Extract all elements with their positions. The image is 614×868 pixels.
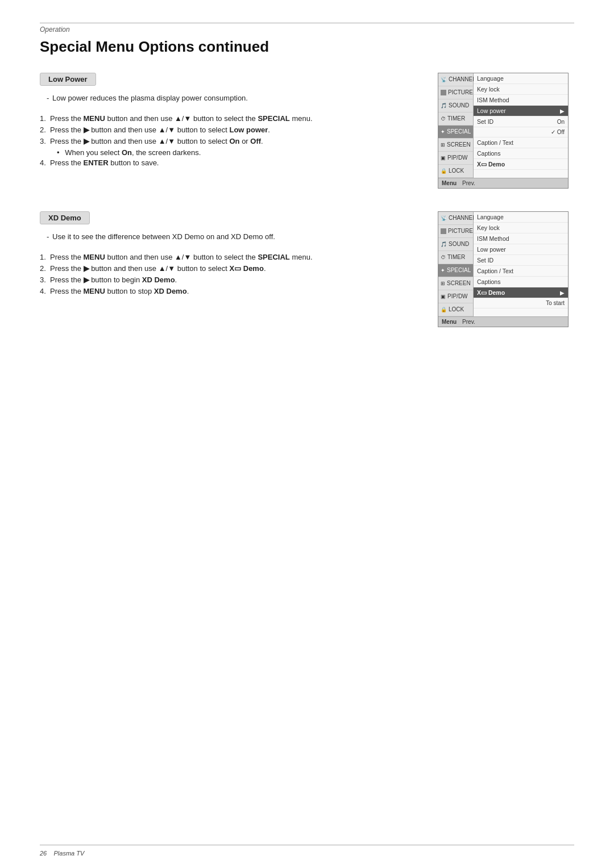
sidebar-timer-label: TIMER: [447, 115, 465, 122]
xd-sidebar: 📡 CHANNEL PICTURE 🎵 SOUND ⏱: [438, 212, 474, 316]
low-power-tv-menu: 📡 CHANNEL PICTURE 🎵 SOUND ⏱: [438, 73, 569, 189]
sidebar-sound: 🎵 SOUND: [438, 99, 473, 112]
xd-sidebar-lock: 🔒 LOCK: [438, 303, 473, 316]
low-power-step-1: 1. Press the MENU button and then use ▲/…: [40, 114, 421, 123]
up-arrow-3: ▲: [159, 137, 166, 145]
off-bold: Off: [250, 137, 261, 145]
xd-footer-menu: Menu: [442, 319, 457, 325]
lowpower-label: Low power: [477, 107, 506, 114]
xd-menu-item-caption-text: Caption / Text: [474, 266, 568, 277]
xd-menu-footer: Menu Prev.: [438, 316, 568, 327]
sidebar-picture-label: PICTURE: [448, 89, 473, 96]
right-arrow-3: ▶: [84, 137, 89, 145]
xd-ism-label: ISM Method: [477, 235, 509, 242]
sidebar-screen-label: SCREEN: [447, 141, 471, 148]
low-power-sidebar: 📡 CHANNEL PICTURE 🎵 SOUND ⏱: [438, 73, 474, 178]
low-power-bold: Low power: [229, 126, 268, 134]
menu-item-language: Language: [474, 73, 568, 84]
footer-menu: Menu: [442, 180, 457, 186]
footer-page-num: 26: [40, 850, 47, 857]
xd-caption-text-label: Caption / Text: [477, 268, 513, 274]
sidebar-pipdw: ▣ PIP/DW: [438, 152, 473, 165]
sidebar-lock: 🔒 LOCK: [438, 165, 473, 178]
step-num-3: 3.: [40, 137, 46, 145]
xd-menu-item-keylock: Key lock: [474, 223, 568, 233]
xd-menu-item-captions: Captions: [474, 277, 568, 287]
xd-lowpower-label: Low power: [477, 246, 506, 253]
xd-menu-item-xddemo: X▭ Demo ▶: [474, 287, 568, 298]
xd-keylock-label: Key lock: [477, 224, 500, 231]
low-power-step-4: 4. Press the ENTER button to save.: [40, 158, 421, 167]
xd-demo-tv-menu: 📡 CHANNEL PICTURE 🎵 SOUND ⏱: [438, 211, 569, 327]
xd-language-label: Language: [477, 214, 504, 220]
xd-menu-item-tostart: To start: [474, 298, 568, 308]
special-bold-1: SPECIAL: [258, 114, 289, 123]
xd-sidebar-screen-label: SCREEN: [447, 280, 471, 287]
xd-main-menu: Language Key lock ISM Method Low power S: [474, 212, 568, 316]
page: Operation Special Menu Options continued…: [0, 0, 614, 868]
xd-demo-heading: XD Demo: [40, 211, 90, 224]
xd-up-arrow-1: ▲: [175, 253, 182, 261]
enter-bold: ENTER: [84, 158, 109, 167]
xd-special-bold-1: SPECIAL: [258, 253, 289, 261]
sidebar-timer: ⏱ TIMER: [438, 112, 473, 126]
sidebar-channel-label: CHANNEL: [449, 76, 476, 83]
xd-sidebar-channel: 📡 CHANNEL: [438, 212, 473, 225]
xd-setid-label: Set ID: [477, 257, 493, 264]
xd-down-arrow-2: ▼: [168, 264, 175, 273]
on-bold: On: [229, 137, 239, 145]
up-arrow-2: ▲: [159, 126, 166, 134]
xd-sidebar-picture: PICTURE: [438, 225, 473, 238]
xddemo-bold: X▭ Demo: [229, 264, 263, 273]
caption-text-label: Caption / Text: [477, 139, 513, 146]
sidebar-pipdw-label: PIP/DW: [447, 155, 468, 161]
ism-label: ISM Method: [477, 97, 509, 103]
setid-label: Set ID: [477, 118, 493, 125]
sidebar-special-label: SPECIAL: [447, 128, 471, 135]
step-num-2: 2.: [40, 126, 46, 134]
xd-step-1: 1. Press the MENU button and then use ▲/…: [40, 253, 421, 261]
top-rule: [40, 23, 574, 23]
xd-menu-inner: 📡 CHANNEL PICTURE 🎵 SOUND ⏱: [438, 212, 568, 316]
low-power-step-3: 3. Press the ▶ button and then use ▲/▼ b…: [40, 137, 421, 145]
xd-menu-bold-4: MENU: [84, 287, 105, 295]
page-title: Special Menu Options continued: [40, 38, 574, 56]
xd-captions-label: Captions: [477, 278, 500, 285]
low-power-menu-inner: 📡 CHANNEL PICTURE 🎵 SOUND ⏱: [438, 73, 568, 178]
menu-item-xddemo: X▭ Demo: [474, 159, 568, 170]
low-power-text-col: Low Power Low power reduces the plasma d…: [40, 73, 421, 189]
xd-begin-bold: XD Demo: [142, 276, 175, 284]
xd-menu-item-language: Language: [474, 212, 568, 223]
xd-sidebar-timer-label: TIMER: [447, 254, 465, 261]
low-power-section: Low Power Low power reduces the plasma d…: [40, 73, 574, 189]
xd-demo-section: XD Demo Use it to see the difference bet…: [40, 211, 574, 327]
low-power-step-2: 2. Press the ▶ button and then use ▲/▼ b…: [40, 126, 421, 134]
menu-item-ism: ISM Method: [474, 95, 568, 106]
xd-tostart-value: To start: [546, 300, 565, 306]
menu-item-caption-text: Caption / Text: [474, 137, 568, 148]
low-power-main-menu: Language Key lock ISM Method Low power ▶: [474, 73, 568, 178]
xd-menu-item-setid: Set ID: [474, 255, 568, 266]
down-arrow-2: ▼: [168, 126, 175, 134]
xd-sidebar-timer: ⏱ TIMER: [438, 251, 473, 264]
sidebar-picture: PICTURE: [438, 86, 473, 99]
xd-right-arrow-3: ▶: [84, 276, 89, 284]
step-num-1: 1.: [40, 114, 46, 123]
captions-label: Captions: [477, 150, 500, 157]
xd-step-num-3: 3.: [40, 276, 46, 284]
xd-sidebar-lock-label: LOCK: [449, 306, 464, 313]
bottom-rule: [40, 845, 574, 845]
xd-sidebar-screen: ⊞ SCREEN: [438, 277, 473, 290]
section-label: Operation: [40, 26, 574, 34]
xd-sidebar-pipdw: ▣ PIP/DW: [438, 290, 473, 303]
xd-step-4: 4. Press the MENU button to stop XD Demo…: [40, 287, 421, 295]
menu-item-captions: Captions: [474, 148, 568, 159]
xd-footer-prev: Prev.: [462, 319, 475, 325]
up-arrow-1: ▲: [175, 114, 182, 123]
menu-item-setid-off: ✓ Off: [474, 127, 568, 137]
sidebar-screen: ⊞ SCREEN: [438, 139, 473, 152]
footer-product: Plasma TV: [53, 850, 84, 857]
xd-sidebar-picture-label: PICTURE: [448, 228, 473, 235]
xd-xddemo-label: X▭ Demo: [477, 289, 505, 296]
down-arrow-1: ▼: [184, 114, 191, 123]
